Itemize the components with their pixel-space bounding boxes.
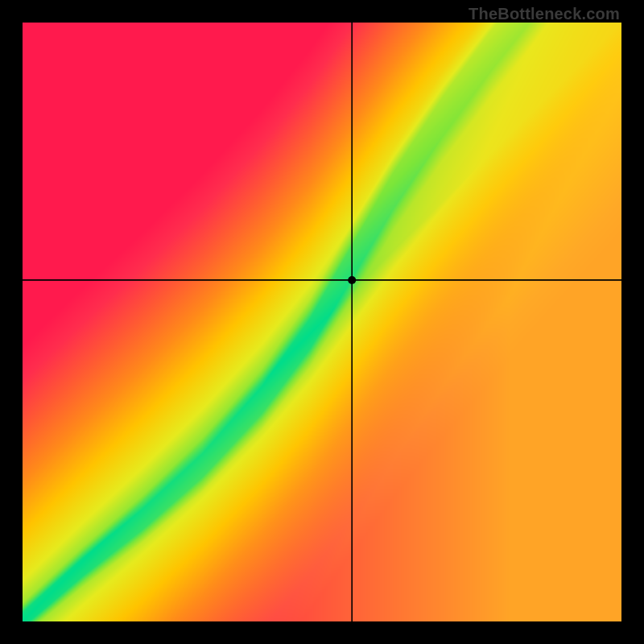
watermark-text: TheBottleneck.com xyxy=(469,5,620,23)
chart-frame: TheBottleneck.com xyxy=(0,0,644,644)
plot-area xyxy=(23,23,621,621)
heatmap-canvas xyxy=(23,23,621,621)
